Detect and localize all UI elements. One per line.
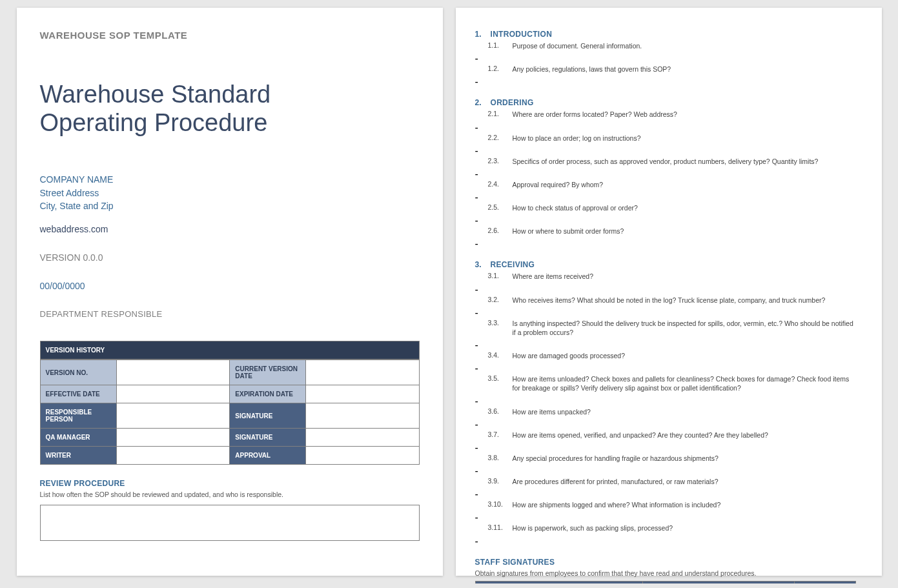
vhist-header: VERSION HISTORY [40,341,419,360]
toc-item: 3.8.Any special procedures for handling … [475,454,856,463]
toc-item: 3.2.Who receives items? What should be n… [475,296,856,305]
toc-item-dash: - [475,536,856,547]
toc-item-text: Purpose of document. General information… [513,41,642,50]
vhist-value[interactable] [305,403,419,429]
toc-item: 3.9.Are procedures different for printed… [475,477,856,486]
toc-item-dash: - [475,168,856,180]
toc-item-text: How or where to submit order forms? [513,227,624,236]
toc-item-num: 2.5. [488,203,506,211]
vhist-label: EXPIRATION DATE [230,385,305,403]
toc-item: 1.2.Any policies, regulations, laws that… [475,65,856,74]
staff-heading: STAFF SIGNATURES [475,558,856,567]
title-line-1: Warehouse Standard [40,81,271,108]
toc-item-text: Any special procedures for handling frag… [513,454,719,463]
vhist-value[interactable] [116,360,230,385]
review-heading: REVIEW PROCEDURE [40,479,420,488]
vhist-value[interactable] [116,403,230,429]
staff-table: STAFF MEMBER NAME SIGNATURE DATE [475,581,856,583]
toc-item-dash: - [475,145,856,157]
toc-item-dash: - [475,363,856,374]
review-box[interactable] [40,505,420,541]
toc-item-text: How to check status of approval or order… [513,203,638,212]
toc-item: 3.6.How are items unpacked? [475,407,856,416]
toc-item: 3.4.How are damaged goods processed? [475,351,856,360]
toc-item-text: How are shipments logged and where? What… [513,500,721,509]
toc-item-text: Approval required? By whom? [513,180,604,189]
vhist-label: VERSION NO. [40,360,116,385]
vhist-value[interactable] [305,360,419,385]
toc-item-dash: - [475,307,856,319]
company-name: COMPANY NAME [40,173,420,186]
toc-item-num: 3.1. [488,272,506,279]
staff-col-date: DATE [795,581,855,583]
toc-item-dash: - [475,192,856,203]
toc-item-text: How are items unpacked? [513,407,591,416]
review-sub: List how often the SOP should be reviewe… [40,491,420,498]
toc-item-dash: - [475,489,856,500]
toc-item: 2.3.Specifics of order process, such as … [475,157,856,166]
template-heading: WAREHOUSE SOP TEMPLATE [40,30,420,41]
toc-item-dash: - [475,340,856,351]
toc-item-num: 3.11. [488,523,506,531]
toc-item-dash: - [475,215,856,227]
toc-item: 3.10.How are shipments logged and where?… [475,500,856,509]
vhist-label: EFFECTIVE DATE [40,385,116,403]
vhist-label: WRITER [40,447,116,465]
vhist-label: CURRENT VERSION DATE [230,360,305,385]
staff-col-signature: SIGNATURE [642,581,795,583]
toc-section: 1.INTRODUCTION1.1.Purpose of document. G… [475,30,856,88]
department-label: DEPARTMENT RESPONSIBLE [40,309,420,319]
toc-item-text: How is paperwork, such as packing slips,… [513,523,673,532]
toc-section: 3.RECEIVING3.1.Where are items received?… [475,260,856,547]
toc-item: 2.6.How or where to submit order forms? [475,227,856,236]
toc-item-text: Who receives items? What should be noted… [513,296,826,305]
vhist-label: APPROVAL [230,447,305,465]
date-label: 00/00/0000 [40,281,420,291]
toc-item-num: 2.3. [488,157,506,165]
staff-col-name: STAFF MEMBER NAME [475,581,642,583]
toc-item-num: 1.2. [488,65,506,72]
toc-item-num: 3.4. [488,351,506,359]
toc-item-dash: - [475,512,856,523]
toc-item: 3.3.Is anything inspected? Should the de… [475,319,856,337]
vhist-label: SIGNATURE [230,403,305,429]
company-block: COMPANY NAME Street Address City, State … [40,173,420,212]
vhist-value[interactable] [116,385,230,403]
vhist-value[interactable] [116,429,230,447]
toc-item-dash: - [475,442,856,454]
toc-item-text: Any policies, regulations, laws that gov… [513,65,671,74]
page-left: WAREHOUSE SOP TEMPLATE Warehouse Standar… [17,8,443,576]
vhist-label: QA MANAGER [40,429,116,447]
toc-item-dash: - [475,53,856,65]
toc-item-text: Are procedures different for printed, ma… [513,477,719,486]
toc-item-num: 3.3. [488,319,506,327]
company-street: Street Address [40,187,420,199]
version-history-table: VERSION HISTORY [40,341,420,360]
toc-item-text: Specifics of order process, such as appr… [513,157,819,166]
toc-section-num: 3. [475,260,485,269]
toc-item: 3.7.How are items opened, verified, and … [475,431,856,440]
toc-item: 2.2.How to place an order; log on instru… [475,134,856,143]
vhist-value[interactable] [305,385,419,403]
toc-item-text: Where are order forms located? Paper? We… [513,110,677,119]
toc-section: 2.ORDERING2.1.Where are order forms loca… [475,98,856,250]
toc-item-num: 2.2. [488,134,506,141]
toc-item-dash: - [475,419,856,431]
toc-item-num: 1.1. [488,41,506,49]
toc-item: 3.11.How is paperwork, such as packing s… [475,523,856,532]
page-right: 1.INTRODUCTION1.1.Purpose of document. G… [456,8,882,576]
toc-item-num: 3.9. [488,477,506,485]
vhist-value[interactable] [116,447,230,465]
vhist-value[interactable] [305,429,419,447]
toc-item-dash: - [475,396,856,407]
toc-item-dash: - [475,76,856,88]
vhist-value[interactable] [305,447,419,465]
company-web: webaddress.com [40,224,420,234]
version-history-body: VERSION NO.CURRENT VERSION DATEEFFECTIVE… [40,360,420,465]
toc-item-dash: - [475,122,856,134]
toc-section-num: 2. [475,98,485,107]
toc-section-title: RECEIVING [491,260,535,269]
toc-item-num: 3.5. [488,374,506,382]
toc-item-num: 3.10. [488,500,506,508]
toc-item-num: 3.2. [488,296,506,303]
